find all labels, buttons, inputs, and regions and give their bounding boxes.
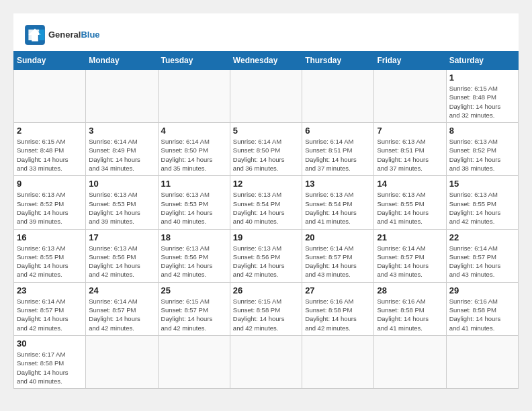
day-info: Sunrise: 6:14 AM Sunset: 8:57 PM Dayligh… [17,297,83,332]
logo-area: GeneralBlue [24,24,100,46]
day-cell: 28Sunrise: 6:16 AM Sunset: 8:58 PM Dayli… [374,282,446,335]
day-info: Sunrise: 6:15 AM Sunset: 8:48 PM Dayligh… [449,84,515,120]
logo-icon [24,24,46,46]
day-cell [374,70,446,123]
day-info: Sunrise: 6:14 AM Sunset: 8:57 PM Dayligh… [305,244,371,279]
weekday-tuesday: Tuesday [158,52,230,70]
week-row-6: 30Sunrise: 6:17 AM Sunset: 8:58 PM Dayli… [14,335,519,388]
day-cell [86,70,158,123]
day-info: Sunrise: 6:13 AM Sunset: 8:54 PM Dayligh… [233,190,299,226]
day-cell [158,70,230,123]
day-cell: 11Sunrise: 6:13 AM Sunset: 8:53 PM Dayli… [158,176,230,229]
day-number: 14 [377,179,443,189]
day-info: Sunrise: 6:13 AM Sunset: 8:55 PM Dayligh… [377,190,443,226]
logo-general: General [48,30,81,40]
day-number: 26 [233,285,299,295]
day-number: 20 [305,232,371,242]
day-cell: 21Sunrise: 6:14 AM Sunset: 8:57 PM Dayli… [374,229,446,282]
day-cell: 13Sunrise: 6:13 AM Sunset: 8:54 PM Dayli… [302,176,374,229]
day-cell: 19Sunrise: 6:13 AM Sunset: 8:56 PM Dayli… [230,229,302,282]
day-cell [302,70,374,123]
day-cell: 5Sunrise: 6:14 AM Sunset: 8:50 PM Daylig… [230,123,302,176]
day-number: 12 [233,179,299,189]
weekday-wednesday: Wednesday [230,52,302,70]
logo-text-area: GeneralBlue [48,30,100,40]
day-cell [230,335,302,388]
day-cell: 3Sunrise: 6:14 AM Sunset: 8:49 PM Daylig… [86,123,158,176]
day-info: Sunrise: 6:14 AM Sunset: 8:57 PM Dayligh… [449,244,515,279]
day-cell [302,335,374,388]
day-cell: 29Sunrise: 6:16 AM Sunset: 8:58 PM Dayli… [446,282,518,335]
day-number: 13 [305,179,371,189]
day-cell: 22Sunrise: 6:14 AM Sunset: 8:57 PM Dayli… [446,229,518,282]
day-number: 7 [377,126,443,136]
day-cell: 27Sunrise: 6:16 AM Sunset: 8:58 PM Dayli… [302,282,374,335]
day-number: 17 [89,232,154,242]
week-row-1: 1Sunrise: 6:15 AM Sunset: 8:48 PM Daylig… [14,70,519,123]
day-number: 9 [17,179,83,189]
day-info: Sunrise: 6:16 AM Sunset: 8:58 PM Dayligh… [449,297,515,332]
day-number: 10 [89,179,154,189]
day-info: Sunrise: 6:15 AM Sunset: 8:57 PM Dayligh… [161,297,227,332]
day-cell [14,70,86,123]
day-cell: 18Sunrise: 6:13 AM Sunset: 8:56 PM Dayli… [158,229,230,282]
day-cell [86,335,158,388]
day-info: Sunrise: 6:14 AM Sunset: 8:57 PM Dayligh… [89,297,154,332]
day-cell: 30Sunrise: 6:17 AM Sunset: 8:58 PM Dayli… [14,335,86,388]
day-cell: 9Sunrise: 6:13 AM Sunset: 8:52 PM Daylig… [14,176,86,229]
day-number: 22 [449,232,515,242]
weekday-saturday: Saturday [446,52,518,70]
day-info: Sunrise: 6:13 AM Sunset: 8:53 PM Dayligh… [161,190,227,226]
day-info: Sunrise: 6:13 AM Sunset: 8:52 PM Dayligh… [449,137,515,173]
day-number: 27 [305,285,371,295]
day-cell [446,335,518,388]
day-info: Sunrise: 6:13 AM Sunset: 8:55 PM Dayligh… [17,244,83,279]
week-row-5: 23Sunrise: 6:14 AM Sunset: 8:57 PM Dayli… [14,282,519,335]
day-number: 16 [17,232,83,242]
day-cell: 1Sunrise: 6:15 AM Sunset: 8:48 PM Daylig… [446,70,518,123]
day-number: 23 [17,285,83,295]
day-cell: 4Sunrise: 6:14 AM Sunset: 8:50 PM Daylig… [158,123,230,176]
weekday-thursday: Thursday [302,52,374,70]
day-info: Sunrise: 6:15 AM Sunset: 8:58 PM Dayligh… [233,297,299,332]
weekday-header-row: SundayMondayTuesdayWednesdayThursdayFrid… [14,52,519,70]
day-number: 5 [233,126,299,136]
day-number: 28 [377,285,443,295]
day-info: Sunrise: 6:14 AM Sunset: 8:50 PM Dayligh… [233,137,299,173]
day-cell: 17Sunrise: 6:13 AM Sunset: 8:56 PM Dayli… [86,229,158,282]
day-cell: 25Sunrise: 6:15 AM Sunset: 8:57 PM Dayli… [158,282,230,335]
day-info: Sunrise: 6:13 AM Sunset: 8:56 PM Dayligh… [233,244,299,279]
day-info: Sunrise: 6:13 AM Sunset: 8:55 PM Dayligh… [449,190,515,226]
day-cell: 16Sunrise: 6:13 AM Sunset: 8:55 PM Dayli… [14,229,86,282]
day-cell: 7Sunrise: 6:13 AM Sunset: 8:51 PM Daylig… [374,123,446,176]
day-info: Sunrise: 6:13 AM Sunset: 8:53 PM Dayligh… [89,190,154,226]
day-info: Sunrise: 6:13 AM Sunset: 8:56 PM Dayligh… [161,244,227,279]
day-number: 25 [161,285,227,295]
day-info: Sunrise: 6:13 AM Sunset: 8:56 PM Dayligh… [89,244,154,279]
day-number: 15 [449,179,515,189]
day-info: Sunrise: 6:16 AM Sunset: 8:58 PM Dayligh… [377,297,443,332]
day-number: 19 [233,232,299,242]
day-number: 4 [161,126,227,136]
day-cell [158,335,230,388]
day-cell: 6Sunrise: 6:14 AM Sunset: 8:51 PM Daylig… [302,123,374,176]
day-info: Sunrise: 6:14 AM Sunset: 8:50 PM Dayligh… [161,137,227,173]
day-number: 3 [89,126,154,136]
day-cell: 15Sunrise: 6:13 AM Sunset: 8:55 PM Dayli… [446,176,518,229]
day-number: 1 [449,73,515,83]
logo-blue-text: Blue [81,30,99,40]
weekday-sunday: Sunday [14,52,86,70]
day-info: Sunrise: 6:13 AM Sunset: 8:54 PM Dayligh… [305,190,371,226]
day-info: Sunrise: 6:16 AM Sunset: 8:58 PM Dayligh… [305,297,371,332]
day-info: Sunrise: 6:13 AM Sunset: 8:52 PM Dayligh… [17,190,83,226]
weekday-friday: Friday [374,52,446,70]
weekday-monday: Monday [86,52,158,70]
day-cell [230,70,302,123]
day-info: Sunrise: 6:14 AM Sunset: 8:49 PM Dayligh… [89,137,154,173]
day-number: 21 [377,232,443,242]
day-cell: 8Sunrise: 6:13 AM Sunset: 8:52 PM Daylig… [446,123,518,176]
day-number: 29 [449,285,515,295]
day-number: 30 [17,338,83,349]
day-cell: 2Sunrise: 6:15 AM Sunset: 8:48 PM Daylig… [14,123,86,176]
header: GeneralBlue [13,13,519,51]
